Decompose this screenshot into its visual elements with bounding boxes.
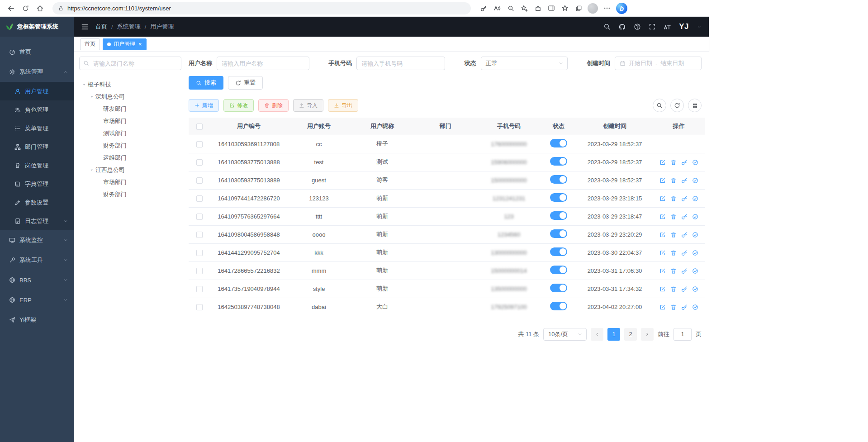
row-checkbox[interactable] xyxy=(196,286,203,292)
row-edit-button[interactable] xyxy=(659,286,666,292)
status-toggle[interactable] xyxy=(550,247,567,256)
reset-password-button[interactable] xyxy=(681,286,688,292)
user-menu-chevron-icon[interactable] xyxy=(697,24,702,29)
assign-role-button[interactable] xyxy=(692,159,698,166)
import-button[interactable]: 导入 xyxy=(293,99,323,112)
assign-role-button[interactable] xyxy=(692,304,698,310)
row-edit-button[interactable] xyxy=(659,177,666,184)
date-range-picker[interactable]: 开始日期 - 结束日期 xyxy=(615,57,702,70)
username-input[interactable] xyxy=(217,57,309,70)
row-delete-button[interactable] xyxy=(670,159,677,166)
sidebar-item-post-management[interactable]: 岗位管理 xyxy=(0,156,74,175)
browser-back-button[interactable] xyxy=(5,2,17,14)
row-checkbox[interactable] xyxy=(196,195,203,202)
sidebar-item-menu-management[interactable]: 菜单管理 xyxy=(0,119,74,138)
row-checkbox[interactable] xyxy=(196,268,203,274)
tab-user-management[interactable]: 用户管理 × xyxy=(103,38,147,50)
address-bar[interactable]: https://ccnetcore.com:1101/system/user xyxy=(52,2,471,14)
status-toggle[interactable] xyxy=(550,229,567,238)
sidebar-item-param-settings[interactable]: 参数设置 xyxy=(0,193,74,212)
breadcrumb-home[interactable]: 首页 xyxy=(95,23,107,31)
tree-node[interactable]: 运维部门 xyxy=(79,152,181,164)
assign-role-button[interactable] xyxy=(692,177,698,184)
reset-password-button[interactable] xyxy=(681,159,688,166)
sidebar-item-log-management[interactable]: 日志管理 xyxy=(0,212,74,230)
row-edit-button[interactable] xyxy=(659,232,666,238)
export-button[interactable]: 导出 xyxy=(328,99,358,112)
add-button[interactable]: 新增 xyxy=(189,99,219,112)
reset-button[interactable]: 重置 xyxy=(228,76,263,90)
row-checkbox[interactable] xyxy=(196,159,203,166)
row-edit-button[interactable] xyxy=(659,214,666,220)
sidebar-item-erp[interactable]: ERP xyxy=(0,290,74,310)
status-toggle[interactable] xyxy=(550,157,567,166)
reset-password-button[interactable] xyxy=(681,268,688,274)
row-edit-button[interactable] xyxy=(659,304,666,310)
sidebar-item-role-management[interactable]: 角色管理 xyxy=(0,100,74,119)
tab-close-icon[interactable]: × xyxy=(138,41,142,47)
row-checkbox[interactable] xyxy=(196,232,203,238)
favorite-add-icon[interactable] xyxy=(518,2,531,14)
assign-role-button[interactable] xyxy=(692,195,698,202)
caret-down-icon[interactable] xyxy=(88,95,95,99)
tree-node[interactable]: 测试部门 xyxy=(79,127,181,139)
caret-down-icon[interactable] xyxy=(80,82,88,87)
row-edit-button[interactable] xyxy=(659,159,666,166)
reset-password-button[interactable] xyxy=(681,304,688,310)
edit-button[interactable]: 修改 xyxy=(223,99,254,112)
tab-home[interactable]: 首页 xyxy=(80,38,100,50)
row-delete-button[interactable] xyxy=(670,268,677,274)
page-2-button[interactable]: 2 xyxy=(624,328,637,341)
browser-home-button[interactable] xyxy=(33,2,46,14)
help-icon[interactable] xyxy=(634,23,641,30)
read-aloud-icon[interactable] xyxy=(491,2,503,14)
refresh-table-button[interactable] xyxy=(670,99,684,112)
assign-role-button[interactable] xyxy=(692,268,698,274)
browser-profile-avatar[interactable] xyxy=(588,3,598,14)
row-delete-button[interactable] xyxy=(670,286,677,292)
row-checkbox[interactable] xyxy=(196,177,203,184)
sidebar-item-system-monitor[interactable]: 系统监控 xyxy=(0,230,74,250)
tree-node[interactable]: 研发部门 xyxy=(79,103,181,115)
status-toggle[interactable] xyxy=(550,302,567,310)
tree-node[interactable]: 江西总公司 xyxy=(79,164,181,176)
status-toggle[interactable] xyxy=(550,284,567,292)
tree-node[interactable]: 财务部门 xyxy=(79,139,181,152)
status-toggle[interactable] xyxy=(550,266,567,274)
reset-password-button[interactable] xyxy=(681,250,688,256)
reset-password-button[interactable] xyxy=(681,195,688,202)
favorites-icon[interactable] xyxy=(559,2,571,14)
row-delete-button[interactable] xyxy=(670,232,677,238)
row-checkbox[interactable] xyxy=(196,304,203,310)
status-toggle[interactable] xyxy=(550,193,567,202)
reset-password-button[interactable] xyxy=(681,232,688,238)
goto-page-input[interactable] xyxy=(674,328,692,341)
row-delete-button[interactable] xyxy=(670,250,677,256)
caret-down-icon[interactable] xyxy=(88,168,95,172)
status-toggle[interactable] xyxy=(550,211,567,220)
status-toggle[interactable] xyxy=(550,139,567,147)
password-key-icon[interactable] xyxy=(477,2,490,14)
extensions-icon[interactable] xyxy=(531,2,544,14)
collections-icon[interactable] xyxy=(572,2,585,14)
user-logo[interactable]: YJ xyxy=(679,22,689,31)
sidebar-item-system-tools[interactable]: 系统工具 xyxy=(0,250,74,270)
sidebar-item-yi-framework[interactable]: Yi框架 xyxy=(0,310,74,330)
page-size-select[interactable]: 10条/页 xyxy=(543,328,587,341)
row-edit-button[interactable] xyxy=(659,250,666,256)
sidebar-item-user-management[interactable]: 用户管理 xyxy=(0,82,74,100)
next-page-button[interactable] xyxy=(641,328,654,341)
tree-node[interactable]: 市场部门 xyxy=(79,115,181,127)
row-delete-button[interactable] xyxy=(670,177,677,184)
sidebar-item-system-management[interactable]: 系统管理 xyxy=(0,62,74,82)
sidebar-collapse-button[interactable] xyxy=(81,23,89,31)
row-delete-button[interactable] xyxy=(670,304,677,310)
select-all-checkbox[interactable] xyxy=(196,124,203,130)
sidebar-item-bbs[interactable]: BBS xyxy=(0,270,74,290)
page-1-button[interactable]: 1 xyxy=(607,328,620,341)
row-checkbox[interactable] xyxy=(196,250,203,256)
row-delete-button[interactable] xyxy=(670,195,677,202)
reset-password-button[interactable] xyxy=(681,177,688,184)
status-select[interactable]: 正常 xyxy=(481,57,568,70)
breadcrumb-system-management[interactable]: 系统管理 xyxy=(117,23,141,31)
